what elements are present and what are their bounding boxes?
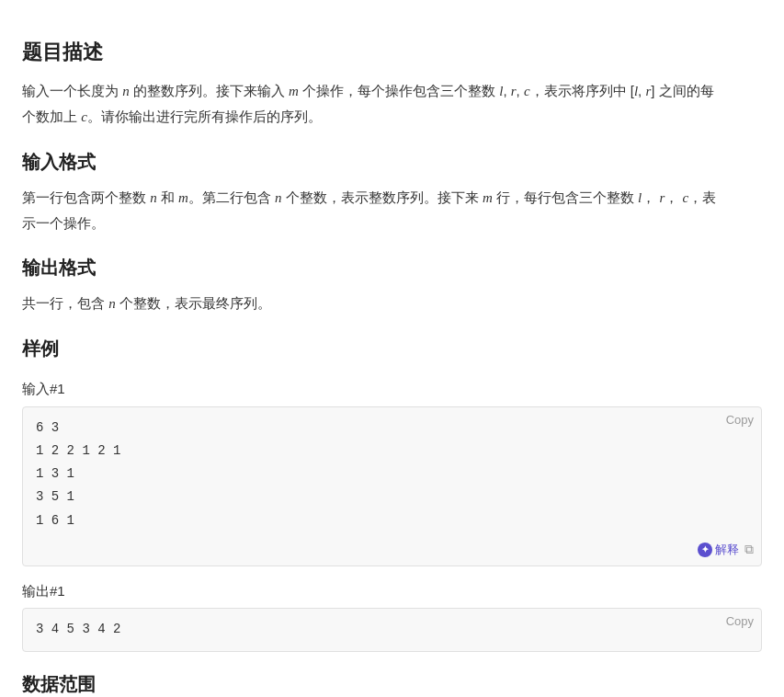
if-var-l: l bbox=[638, 190, 642, 205]
input-label: 输入#1 bbox=[22, 377, 762, 401]
of-var-n: n bbox=[108, 296, 116, 311]
if-var-m2: m bbox=[483, 190, 493, 205]
explain-button[interactable]: ✦ 解释 bbox=[698, 542, 739, 558]
if-var-m: m bbox=[178, 190, 188, 205]
output-format-text: 共一行，包含 n 个整数，表示最终序列。 bbox=[22, 291, 762, 316]
input-code-content: 6 3 1 2 2 1 2 1 1 3 1 3 5 1 1 6 1 bbox=[36, 417, 748, 532]
var-l: l bbox=[499, 84, 503, 98]
output-format-title: 输出格式 bbox=[22, 252, 762, 283]
if-var-r: r bbox=[659, 190, 665, 205]
var-c: c bbox=[524, 84, 530, 98]
if-var-n: n bbox=[150, 190, 157, 205]
var-r: r bbox=[511, 84, 517, 98]
examples-title: 样例 bbox=[22, 333, 762, 364]
data-range-title: 数据范围 bbox=[22, 668, 762, 697]
input-format-text: 第一行包含两个整数 n 和 m。第二行包含 n 个整数，表示整数序列。接下来 m… bbox=[22, 185, 762, 235]
input-format-title: 输入格式 bbox=[22, 146, 762, 177]
copy-icon-button[interactable]: ⧉ bbox=[744, 542, 754, 557]
var-r2: r bbox=[645, 84, 651, 98]
description-section: 输入一个长度为 n 的整数序列。接下来输入 m 个操作，每个操作包含三个整数 l… bbox=[22, 78, 762, 130]
data-range-section: 数据范围 ■ 对于 100% 的测试数据满足：1 ≤ n, m ≤ 100000… bbox=[22, 668, 762, 697]
if-var-c: c bbox=[682, 190, 688, 205]
page-title: 题目描述 bbox=[22, 35, 762, 69]
input-format-section: 输入格式 第一行包含两个整数 n 和 m。第二行包含 n 个整数，表示整数序列。… bbox=[22, 146, 762, 235]
explain-label: 解释 bbox=[715, 542, 739, 558]
output-code-block: Copy 3 4 5 3 4 2 bbox=[22, 608, 762, 651]
output-format-section: 输出格式 共一行，包含 n 个整数，表示最终序列。 bbox=[22, 252, 762, 316]
var-n: n bbox=[122, 84, 130, 98]
var-c2: c bbox=[81, 109, 87, 124]
if-var-n2: n bbox=[275, 190, 282, 205]
input-code-block: Copy 6 3 1 2 2 1 2 1 1 3 1 3 5 1 1 6 1 ✦… bbox=[22, 406, 762, 566]
output-code-content: 3 4 5 3 4 2 bbox=[36, 618, 748, 641]
explain-icon: ✦ bbox=[698, 543, 712, 557]
description-text: 输入一个长度为 n 的整数序列。接下来输入 m 个操作，每个操作包含三个整数 l… bbox=[22, 78, 762, 130]
copy-input-button[interactable]: Copy bbox=[726, 413, 754, 427]
var-l2: l bbox=[634, 84, 638, 98]
explain-row: ✦ 解释 ⧉ bbox=[698, 542, 754, 558]
examples-section: 样例 输入#1 Copy 6 3 1 2 2 1 2 1 1 3 1 3 5 1… bbox=[22, 333, 762, 651]
copy-output-button[interactable]: Copy bbox=[726, 614, 754, 628]
output-label: 输出#1 bbox=[22, 579, 762, 603]
var-m: m bbox=[289, 84, 299, 98]
